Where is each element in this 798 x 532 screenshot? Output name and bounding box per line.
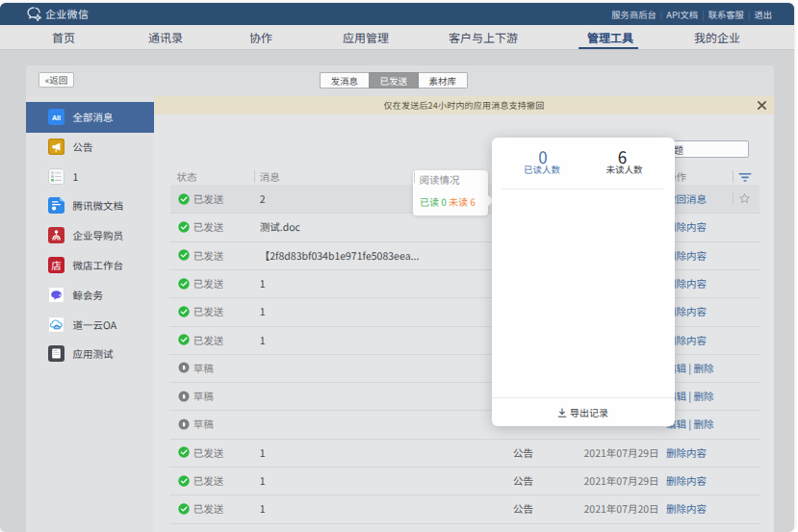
svg-text:店: 店 (51, 258, 62, 272)
svg-text:All: All (51, 114, 60, 122)
